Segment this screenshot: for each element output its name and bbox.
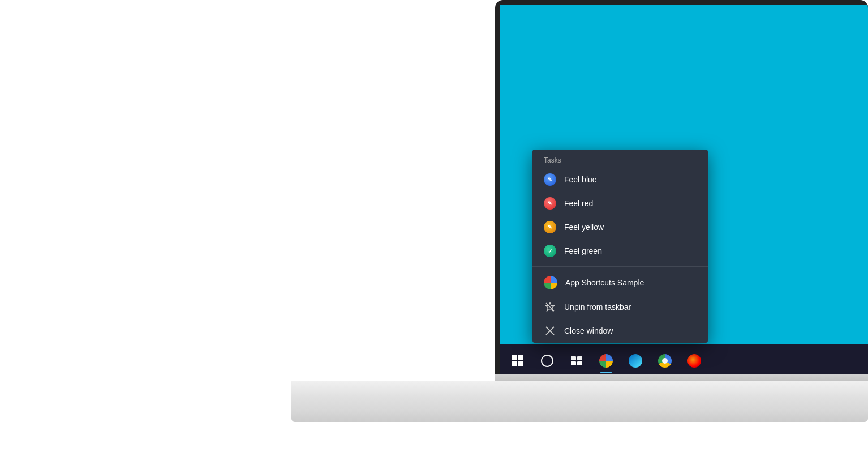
firefox-taskbar-icon[interactable] <box>681 347 708 374</box>
feel-blue-item[interactable]: ✎ Feel blue <box>532 168 708 191</box>
feel-red-icon: ✎ <box>544 197 556 210</box>
edge-icon <box>629 354 642 368</box>
windows-icon <box>512 355 523 366</box>
firefox-icon <box>687 354 701 368</box>
feel-blue-label: Feel blue <box>564 175 597 184</box>
unpin-taskbar-item[interactable]: Unpin from taskbar <box>532 295 708 319</box>
feel-yellow-icon: ✎ <box>544 221 556 233</box>
taskbar <box>500 344 868 378</box>
unpin-icon <box>544 301 556 313</box>
snap-layouts-icon <box>571 356 582 365</box>
close-window-item[interactable]: Close window <box>532 319 708 343</box>
search-icon <box>541 355 553 367</box>
context-menu: Tasks ✎ Feel blue ✎ Feel red ✎ Fe <box>532 150 708 343</box>
feel-yellow-item[interactable]: ✎ Feel yellow <box>532 215 708 239</box>
feel-green-label: Feel green <box>564 246 602 255</box>
start-button[interactable] <box>504 347 531 374</box>
feel-red-label: Feel red <box>564 199 593 208</box>
app-shortcuts-sample-item[interactable]: App Shortcuts Sample <box>532 270 708 295</box>
tasks-section-label: Tasks <box>532 150 708 168</box>
laptop-base <box>291 381 868 422</box>
app-shortcuts-label: App Shortcuts Sample <box>565 278 644 287</box>
app-shortcuts-menu-icon <box>544 276 557 289</box>
search-button[interactable] <box>534 347 561 374</box>
feel-yellow-label: Feel yellow <box>564 223 604 232</box>
close-window-icon <box>544 325 556 337</box>
feel-red-item[interactable]: ✎ Feel red <box>532 191 708 215</box>
chrome-taskbar-icon[interactable] <box>651 347 678 374</box>
app-shortcuts-taskbar-icon[interactable] <box>592 347 620 374</box>
screen-content: Tasks ✎ Feel blue ✎ Feel red ✎ Fe <box>500 5 868 378</box>
edge-taskbar-icon[interactable] <box>622 347 649 374</box>
app-shortcuts-icon <box>599 354 613 368</box>
feel-blue-icon: ✎ <box>544 173 556 186</box>
task-view-button[interactable] <box>563 347 590 374</box>
feel-green-item[interactable]: ✓ Feel green <box>532 239 708 263</box>
menu-separator-1 <box>532 266 708 267</box>
close-window-label: Close window <box>564 326 613 335</box>
unpin-label: Unpin from taskbar <box>564 302 631 312</box>
chrome-icon <box>658 354 672 368</box>
laptop-screen-frame: Tasks ✎ Feel blue ✎ Feel red ✎ Fe <box>495 0 868 382</box>
feel-green-icon: ✓ <box>544 245 556 257</box>
